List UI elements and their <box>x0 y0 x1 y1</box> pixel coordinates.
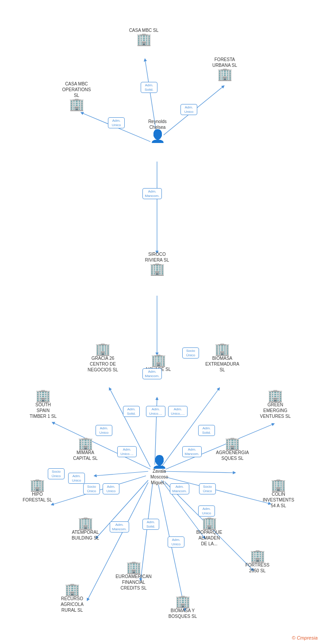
south-spain-timber-icon: 🏢 <box>35 389 51 402</box>
siroco-riviera-node: SIROCO RIVIERA SL 🏢 <box>137 251 177 275</box>
fortress-2050-node: 🏢 FORTRESS 2050 SL <box>240 550 275 574</box>
badge-adm-solid-2: Adm. Solid. <box>123 406 140 417</box>
badge-adm-mancom-5: Adm. Mancom. <box>110 521 129 532</box>
badge-adm-unico-9: Adm. Unico <box>198 505 215 517</box>
badge-adm-solid-3: Adm. Solid. <box>198 425 215 436</box>
hipo-forestal-icon: 🏢 <box>30 479 45 491</box>
badge-adm-unico-7: Adm. Unico <box>68 473 85 484</box>
euroamerican-icon: 🏢 <box>126 561 142 574</box>
badge-adm-unico-4: Adm. Unico,.... <box>168 406 188 417</box>
diagram: CASA MBC SL 🏢 FORESTA URBANA SL 🏢 CASA M… <box>0 0 322 644</box>
fortress-2050-icon: 🏢 <box>250 550 265 562</box>
badge-socio-unico-4: Socio Único <box>199 483 216 494</box>
green-emerging-icon: 🏢 <box>268 389 283 402</box>
watermark: © Cmpresia <box>292 635 318 640</box>
badge-socio-unico-1: Socio Único <box>182 347 199 359</box>
casa-mbc-operations-icon: 🏢 <box>69 98 84 111</box>
badge-adm-solid-4: Adm. Solid. <box>142 519 159 530</box>
badge-socio-unico-2: Socio Único <box>48 468 65 479</box>
foresta-urbana-node: FORESTA URBANA SL 🏢 <box>207 57 242 81</box>
badge-adm-mancom-4: Adm. Mancom. <box>170 483 189 494</box>
badge-adm-mancom-3: Adm. Mancom. <box>182 446 202 457</box>
green-emerging-node: 🏢 GREEN EMERGING VENTURES SL <box>254 389 296 419</box>
casa-mbc-sl-node: CASA MBC SL 🏢 <box>126 27 161 46</box>
badge-adm-unico-5: Adm. Unico <box>96 425 112 436</box>
badge-adm-unico-6: Adm. Unico.... <box>117 446 137 457</box>
gracia-26-icon: 🏢 <box>95 343 111 355</box>
zavala-moscoso-node: 👤 Zavala Moscoso Miguel... <box>139 456 179 486</box>
badge-adm-unico-3: Adm. Unico.... <box>146 406 165 417</box>
bioparque-almaden-node: 🏢 BIOPARQUE ALMADEN DE LA... <box>189 517 229 547</box>
badge-adm-mancom-1: Adm. Mancom. <box>142 188 162 199</box>
badge-adm-unico-2: Adm. Unico <box>108 117 125 128</box>
mimara-capital-icon: 🏢 <box>78 437 93 450</box>
reynolds-chelsea-icon: 👤 <box>150 130 165 143</box>
colin-investments-icon: 🏢 <box>271 479 286 491</box>
badge-adm-unico-8: Adm. Unico <box>103 483 119 494</box>
south-spain-timber-node: 🏢 SOUTH SPAIN TIMBER 1 SL <box>24 389 62 419</box>
atemporal-building-node: 🏢 ATEMPORAL BUILDING SL <box>65 517 105 541</box>
casa-mbc-sl-icon: 🏢 <box>136 33 152 46</box>
colin-investments-node: 🏢 COLIN INVESTMENTS 54 A SL <box>257 479 299 509</box>
zavala-moscoso-icon: 👤 <box>152 456 167 468</box>
badge-adm-mancom-2: Adm. Mancom. <box>142 368 162 379</box>
biomasa-extremadura-node: 🏢 BIOMASA EXTREMADURA SL <box>201 343 243 373</box>
biomasa-bosques-icon: 🏢 <box>175 595 191 608</box>
badge-adm-unico-10: Adm. Unico <box>168 536 184 548</box>
badge-adm-solid-1: Adm. Solid. <box>141 82 157 93</box>
atemporal-building-icon: 🏢 <box>78 517 93 529</box>
badge-socio-unico-3: Socio Único <box>83 483 100 494</box>
bioparque-almaden-icon: 🏢 <box>202 517 217 529</box>
biomasa-extremadura-icon: 🏢 <box>215 343 230 355</box>
reynolds-chelsea-node: Reynolds Chelsea 👤 <box>140 119 175 143</box>
agroenergia-icon: 🏢 <box>225 437 240 450</box>
foresta-urbana-icon: 🏢 <box>217 68 233 81</box>
hipo-forestal-node: 🏢 HIPO FORESTAL SL <box>19 479 56 503</box>
agroenergia-node: 🏢 AGROENERGIA SQUES SL <box>211 437 253 461</box>
recurso-agricola-icon: 🏢 <box>65 583 80 596</box>
badge-adm-unico-1: Adm. Unico <box>180 104 197 115</box>
biomasa-bosques-node: 🏢 BIOMASA Y BOSQUES SL <box>163 595 203 619</box>
casa-mbc-operations-node: CASA MBC OPERATIONS SL 🏢 <box>57 81 96 111</box>
gracia-26-node: 🏢 GRACIA 26 CENTRO DE NEGOCIOS SL <box>82 343 124 373</box>
euroamerican-node: 🏢 EUROAMERICAN FINANCIAL CREDITS SL <box>111 561 156 591</box>
siroco-riviera-icon: 🏢 <box>150 263 165 275</box>
mimara-capital-node: 🏢 MIMARA CAPITAL SL <box>65 437 105 461</box>
novare-sl-icon: 🏢 <box>151 354 166 366</box>
recurso-agricola-node: 🏢 RECURSO AGRICOLA RURAL SL <box>52 583 92 613</box>
